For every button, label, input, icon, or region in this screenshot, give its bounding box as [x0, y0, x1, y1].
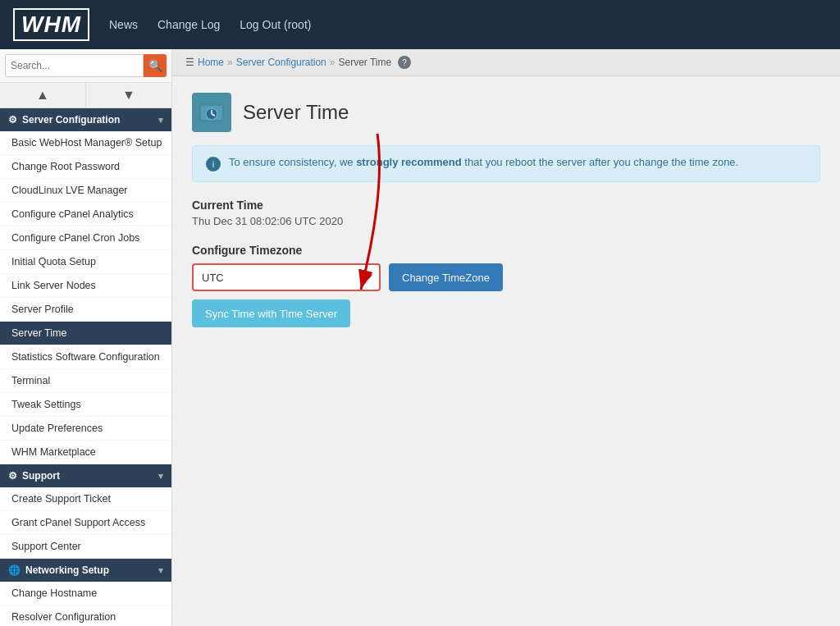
sidebar-item-initial-quota[interactable]: Initial Quota Setup: [0, 250, 171, 274]
breadcrumb-home[interactable]: Home: [198, 57, 224, 68]
chevron-down-icon: ▾: [158, 115, 163, 126]
breadcrumb-menu-icon: ☰: [185, 57, 194, 68]
sidebar-item-create-support[interactable]: Create Support Ticket: [0, 487, 171, 511]
search-input[interactable]: [5, 54, 144, 77]
breadcrumb: ☰ Home » Server Configuration » Server T…: [172, 49, 840, 76]
sidebar-search-bar: 🔍: [0, 49, 171, 83]
info-box: i To ensure consistency, we strongly rec…: [192, 145, 820, 182]
sidebar-item-link-server-nodes[interactable]: Link Server Nodes: [0, 274, 171, 298]
sidebar-item-cloudlinux[interactable]: CloudLinux LVE Manager: [0, 179, 171, 203]
help-icon[interactable]: ?: [398, 56, 411, 69]
timezone-row: UTC America/New_York America/Chicago Ame…: [192, 263, 820, 291]
whm-logo: WHM: [13, 8, 89, 41]
sidebar-item-terminal[interactable]: Terminal: [0, 369, 171, 393]
breadcrumb-current: Server Time: [338, 57, 391, 68]
nav-up-button[interactable]: ▲: [0, 83, 86, 107]
sidebar-section-server-configuration[interactable]: ⚙ Server Configuration ▾: [0, 108, 171, 131]
nav-changelog[interactable]: Change Log: [158, 18, 220, 31]
nav-down-button[interactable]: ▼: [86, 83, 171, 107]
change-timezone-button[interactable]: Change TimeZone: [389, 263, 503, 291]
sidebar-item-cpanel-cron[interactable]: Configure cPanel Cron Jobs: [0, 226, 171, 250]
sidebar-item-grant-cpanel[interactable]: Grant cPanel Support Access: [0, 511, 171, 535]
current-time-label: Current Time: [192, 199, 820, 212]
sidebar-item-statistics[interactable]: Statistics Software Configuration: [0, 345, 171, 369]
nav-logout[interactable]: Log Out (root): [240, 18, 311, 31]
sidebar-item-support-center[interactable]: Support Center: [0, 535, 171, 559]
sidebar-item-basic-webhost[interactable]: Basic WebHost Manager® Setup: [0, 131, 171, 155]
svg-rect-1: [202, 103, 221, 106]
sidebar-item-change-hostname[interactable]: Change Hostname: [0, 582, 171, 605]
configure-timezone-label: Configure Timezone: [192, 244, 820, 257]
sidebar-item-server-profile[interactable]: Server Profile: [0, 298, 171, 322]
current-time-value: Thu Dec 31 08:02:06 UTC 2020: [192, 215, 820, 227]
timezone-select[interactable]: UTC America/New_York America/Chicago Ame…: [192, 263, 381, 291]
sidebar-item-server-time[interactable]: Server Time: [0, 322, 171, 345]
main-content: ☰ Home » Server Configuration » Server T…: [172, 49, 840, 626]
sidebar: 🔍 ▲ ▼ ⚙ Server Configuration ▾ Basic Web…: [0, 49, 172, 626]
info-message: To ensure consistency, we strongly recom…: [229, 156, 738, 168]
sidebar-item-resolver-config[interactable]: Resolver Configuration: [0, 605, 171, 626]
page-title: Server Time: [243, 101, 349, 124]
breadcrumb-section[interactable]: Server Configuration: [236, 57, 326, 68]
chevron-down-icon-3: ▾: [158, 565, 163, 576]
chevron-down-icon-2: ▾: [158, 471, 163, 482]
sidebar-item-update-preferences[interactable]: Update Preferences: [0, 417, 171, 441]
info-icon: i: [206, 157, 221, 171]
sidebar-item-change-root-password[interactable]: Change Root Password: [0, 155, 171, 179]
sidebar-item-whm-marketplace[interactable]: WHM Marketplace: [0, 441, 171, 464]
top-navigation: WHM News Change Log Log Out (root): [0, 0, 840, 49]
sidebar-section-support[interactable]: ⚙ Support ▾: [0, 464, 171, 487]
search-button[interactable]: 🔍: [144, 54, 167, 77]
sidebar-item-cpanel-analytics[interactable]: Configure cPanel Analytics: [0, 203, 171, 226]
page-header: Server Time: [192, 93, 820, 132]
sync-time-button[interactable]: Sync Time with Time Server: [192, 299, 350, 327]
nav-news[interactable]: News: [109, 18, 138, 31]
sidebar-section-networking[interactable]: 🌐 Networking Setup ▾: [0, 559, 171, 582]
sidebar-item-tweak-settings[interactable]: Tweak Settings: [0, 393, 171, 417]
server-time-icon: [192, 93, 231, 132]
sidebar-nav-arrows: ▲ ▼: [0, 83, 171, 108]
